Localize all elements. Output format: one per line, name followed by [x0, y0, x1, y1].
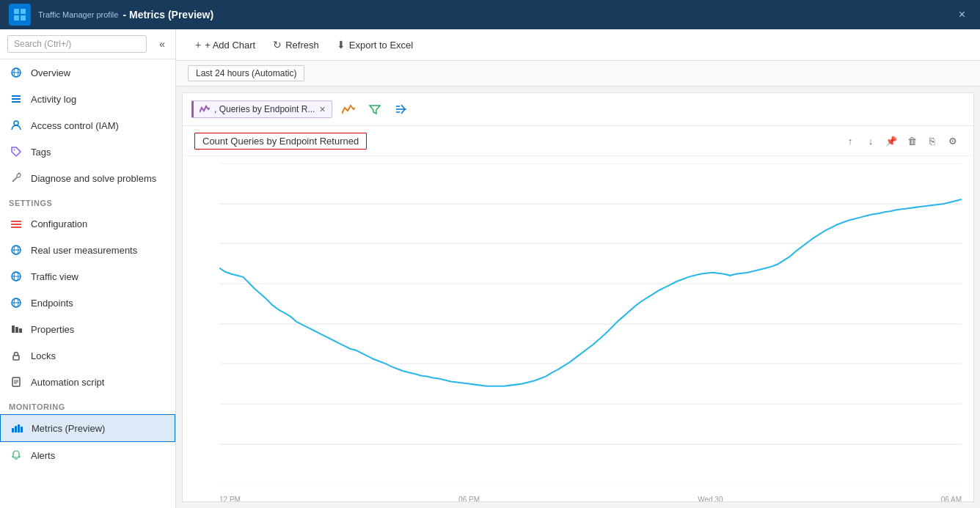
x-label-2: Wed 30: [698, 496, 723, 502]
time-range-button[interactable]: Last 24 hours (Automatic): [188, 65, 304, 81]
sidebar-item-traffic-view[interactable]: Traffic view: [0, 263, 175, 290]
add-chart-button[interactable]: + + Add Chart: [188, 35, 263, 54]
copy-button[interactable]: ⎘: [924, 132, 941, 150]
settings-section-label: SETTINGS: [0, 191, 175, 210]
layout: « Overview: [0, 29, 980, 508]
svg-rect-33: [15, 426, 17, 432]
search-bar: «: [0, 29, 175, 59]
sidebar-label-real-user-measurements: Real user measurements: [31, 245, 137, 256]
sidebar-item-endpoints[interactable]: Endpoints: [0, 290, 175, 316]
split-icon-btn[interactable]: [391, 99, 412, 119]
sidebar-label-activity-log: Activity log: [31, 94, 76, 105]
x-label-3: 06 AM: [941, 496, 962, 502]
pin-button[interactable]: 📌: [882, 132, 900, 150]
sort-up-button[interactable]: ↑: [841, 132, 859, 150]
delete-button[interactable]: 🗑: [903, 132, 921, 150]
metric-tag-close-button[interactable]: ×: [319, 103, 325, 115]
svg-rect-8: [12, 98, 21, 100]
sidebar-item-activity-log[interactable]: Activity log: [0, 86, 175, 112]
svg-point-10: [14, 121, 18, 125]
download-icon: ⬇: [337, 39, 345, 51]
chart-svg-container: 12 PM 06 PM Wed 30 06 AM: [183, 156, 973, 502]
chart-svg: [219, 163, 962, 485]
sidebar-label-overview: Overview: [31, 67, 70, 78]
globe-icon: [9, 65, 23, 80]
globe3-icon: [9, 269, 23, 284]
sidebar-item-real-user-measurements[interactable]: Real user measurements: [0, 237, 175, 263]
close-button[interactable]: ×: [953, 5, 971, 24]
sidebar-item-locks[interactable]: Locks: [0, 342, 175, 369]
y-axis-labels: [183, 163, 218, 485]
chart-area: , Queries by Endpoint R... ×: [182, 92, 974, 502]
svg-rect-2: [14, 15, 19, 21]
sidebar-label-automation-script: Automation script: [31, 377, 104, 388]
sidebar-label-endpoints: Endpoints: [31, 298, 73, 309]
add-chart-label: + Add Chart: [205, 40, 255, 51]
bars-icon: [9, 322, 23, 336]
filter-icon-btn[interactable]: [365, 99, 385, 119]
sidebar-label-configuration: Configuration: [31, 218, 87, 229]
sidebar-item-access-control[interactable]: Access control (IAM): [0, 112, 175, 139]
sidebar-item-tags[interactable]: Tags: [0, 139, 175, 165]
config-icon: [9, 216, 23, 231]
sidebar-item-properties[interactable]: Properties: [0, 316, 175, 342]
sidebar-item-metrics-preview[interactable]: Metrics (Preview): [0, 414, 175, 442]
svg-rect-9: [12, 101, 21, 103]
app-icon: [9, 4, 31, 26]
svg-rect-12: [11, 221, 21, 222]
settings-button[interactable]: ⚙: [944, 132, 962, 150]
wrench-icon: [9, 171, 23, 185]
collapse-button[interactable]: «: [156, 37, 168, 51]
bell-icon: [9, 448, 23, 463]
time-range-bar: Last 24 hours (Automatic): [176, 61, 980, 86]
person-icon: [9, 118, 23, 133]
sidebar-item-automation-script[interactable]: Automation script: [0, 369, 175, 395]
time-range-label: Last 24 hours (Automatic): [196, 68, 296, 78]
chart-icon: [10, 421, 24, 435]
refresh-icon: ↻: [273, 39, 282, 51]
sidebar-item-configuration[interactable]: Configuration: [0, 210, 175, 237]
globe2-icon: [9, 243, 23, 257]
tag-icon: [9, 144, 23, 159]
svg-rect-35: [21, 427, 23, 432]
top-bar: Traffic Manager profile - Metrics (Previ…: [0, 0, 980, 29]
sidebar-label-access-control: Access control (IAM): [31, 120, 119, 131]
monitoring-section-label: MONITORING: [0, 395, 175, 414]
scroll-icon: [9, 375, 23, 389]
search-input[interactable]: [7, 35, 147, 53]
metric-selector-row: , Queries by Endpoint R... ×: [183, 93, 973, 126]
toolbar: + + Add Chart ↻ Refresh ⬇ Export to Exce…: [176, 29, 980, 61]
main-content: + + Add Chart ↻ Refresh ⬇ Export to Exce…: [176, 29, 980, 508]
sidebar-item-alerts[interactable]: Alerts: [0, 442, 175, 468]
x-axis-labels: 12 PM 06 PM Wed 30 06 AM: [219, 496, 962, 502]
svg-rect-7: [12, 95, 21, 97]
sidebar-label-locks: Locks: [31, 350, 56, 361]
topbar-title: - Metrics (Preview): [122, 9, 213, 21]
sidebar-item-diagnose[interactable]: Diagnose and solve problems: [0, 165, 175, 191]
export-button[interactable]: ⬇ Export to Excel: [329, 35, 420, 54]
svg-rect-1: [21, 9, 26, 14]
x-label-0: 12 PM: [219, 496, 241, 502]
sidebar-label-tags: Tags: [31, 147, 51, 158]
export-label: Export to Excel: [349, 40, 413, 51]
sidebar-label-properties: Properties: [31, 324, 74, 335]
metric-tag: , Queries by Endpoint R... ×: [191, 100, 332, 118]
metric-tag-label: , Queries by Endpoint R...: [214, 104, 315, 114]
refresh-button[interactable]: ↻ Refresh: [266, 35, 326, 54]
svg-rect-3: [21, 15, 26, 21]
svg-rect-13: [11, 224, 21, 225]
x-label-1: 06 PM: [458, 496, 480, 502]
sidebar-label-traffic-view: Traffic view: [31, 271, 78, 282]
line-chart-icon-btn[interactable]: [338, 99, 359, 119]
svg-rect-34: [18, 424, 20, 432]
sidebar: « Overview: [0, 29, 176, 508]
svg-rect-25: [15, 327, 18, 333]
chart-header: Count Queries by Endpoint Returned ↑ ↓ 📌…: [183, 126, 973, 156]
chart-title: Count Queries by Endpoint Returned: [194, 133, 367, 150]
sidebar-item-overview[interactable]: Overview: [0, 59, 175, 86]
list-icon: [9, 92, 23, 106]
sidebar-label-metrics-preview: Metrics (Preview): [32, 423, 105, 434]
sort-down-button[interactable]: ↓: [862, 132, 880, 150]
topbar-subtitle: Traffic Manager profile: [38, 10, 118, 19]
svg-rect-14: [11, 227, 21, 228]
